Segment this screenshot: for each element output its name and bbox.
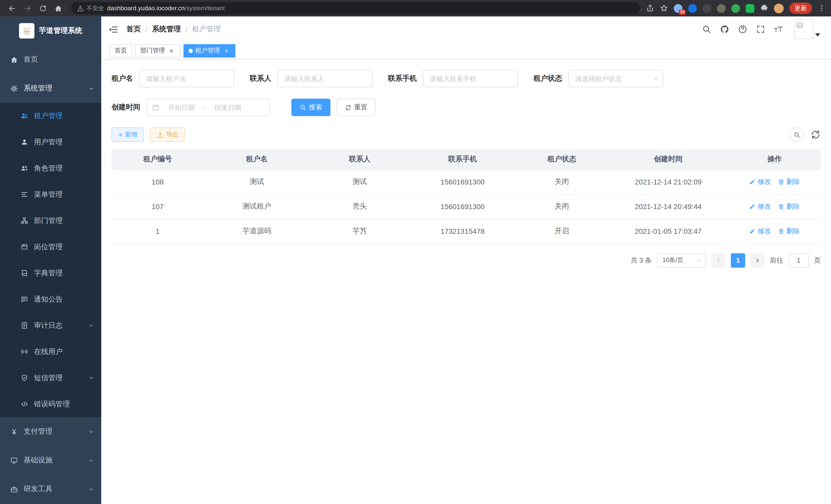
sidebar-item-dept[interactable]: 部门管理 (0, 208, 101, 234)
sidebar-item-system[interactable]: 系统管理 (0, 74, 101, 103)
main-panel: 首页/系统管理/租户管理 首页部门管理×租户管理× (101, 17, 831, 504)
status-select-input[interactable] (568, 70, 663, 87)
extensions-puzzle-icon[interactable] (760, 4, 768, 12)
sidebar-item-dev-tool[interactable]: 研发工具 (0, 475, 101, 503)
extension-icon-3[interactable] (703, 4, 711, 12)
close-icon[interactable]: × (223, 47, 230, 55)
user-avatar-wrap (794, 20, 813, 39)
sidebar-item-home[interactable]: 首页 (0, 45, 101, 74)
sidebar-item-tenant[interactable]: 租户管理 (0, 103, 101, 129)
sidebar-item-label: 审计日志 (34, 321, 88, 330)
sidebar-item-error-code[interactable]: 错误码管理 (0, 391, 101, 417)
extension-icon-1[interactable]: 10 (674, 4, 683, 12)
browser-back-button[interactable] (5, 2, 19, 15)
app-logo[interactable]: 芋道管理系统 (0, 17, 101, 45)
toggle-search-button[interactable] (790, 127, 804, 142)
tag-tenant[interactable]: 租户管理× (183, 44, 235, 57)
tag-home[interactable]: 首页 (110, 44, 132, 57)
export-button[interactable]: 导出 (150, 127, 185, 142)
menu-icon (21, 190, 28, 198)
add-button[interactable]: + 新增 (112, 127, 144, 142)
edit-link[interactable]: 修改 (749, 177, 771, 186)
chrome-home-icon (54, 4, 62, 12)
sidebar-item-notice[interactable]: 通知公告 (0, 286, 101, 313)
header-search-icon[interactable] (702, 25, 711, 34)
refresh-table-button[interactable] (810, 129, 821, 140)
bookmark-star-icon[interactable] (660, 4, 668, 12)
sidebar-item-dict[interactable]: 字典管理 (0, 260, 101, 286)
sidebar-item-audit-log[interactable]: 审计日志 (0, 313, 101, 338)
sidebar-item-infra[interactable]: 基础设施 (0, 446, 101, 475)
browser-home-button[interactable] (51, 2, 65, 15)
extension-icon-5[interactable] (731, 4, 740, 12)
delete-link[interactable]: 删除 (778, 227, 800, 236)
browser-reload-button[interactable] (36, 2, 49, 15)
sidebar-item-label: 用户管理 (34, 138, 94, 147)
edit-link[interactable]: 修改 (749, 202, 771, 211)
cell-id: 1 (112, 219, 204, 243)
sidebar-item-label: 岗位管理 (34, 242, 94, 251)
url-path: /system/tenant (185, 5, 225, 12)
date-end-input[interactable] (208, 103, 248, 111)
contact-input[interactable] (278, 70, 373, 87)
forward-icon (23, 4, 31, 12)
browser-profile-avatar[interactable] (774, 3, 784, 13)
sidebar-item-menu[interactable]: 菜单管理 (0, 181, 101, 208)
phone-input[interactable] (423, 70, 518, 87)
table-toolbar: + 新增 导出 (112, 127, 821, 142)
cell-created: 2021-12-14 20:49:44 (608, 194, 728, 219)
cell-id: 108 (112, 170, 204, 194)
date-start-input[interactable] (161, 103, 201, 111)
extensions-cluster: 10 (674, 4, 754, 12)
fullscreen-icon[interactable] (756, 25, 765, 34)
breadcrumb-item: 租户管理 (192, 25, 221, 34)
sidebar-item-user[interactable]: 用户管理 (0, 129, 101, 155)
sidebar-item-pay[interactable]: 支付管理 (0, 417, 101, 446)
breadcrumb-item[interactable]: 系统管理 (152, 25, 181, 34)
reset-button[interactable]: 重置 (337, 99, 376, 116)
browser-menu-icon[interactable] (818, 4, 826, 12)
close-icon[interactable]: × (168, 47, 175, 55)
goto-page-input[interactable] (789, 253, 809, 267)
next-page-button[interactable] (750, 253, 765, 267)
security-indicator[interactable]: 不安全 (77, 4, 104, 12)
status-select[interactable] (568, 70, 663, 87)
page-1-button[interactable]: 1 (731, 253, 745, 267)
extension-icon-4[interactable] (717, 4, 726, 12)
header-actions (702, 20, 820, 39)
breadcrumb-item[interactable]: 首页 (126, 25, 141, 34)
delete-link[interactable]: 删除 (778, 202, 800, 211)
avatar-caret-down-icon[interactable] (815, 33, 820, 36)
sidebar-item-post[interactable]: 岗位管理 (0, 234, 101, 260)
tag-dept[interactable]: 部门管理× (135, 44, 180, 57)
delete-link[interactable]: 删除 (778, 177, 800, 186)
user-avatar[interactable] (794, 20, 813, 39)
chrome-update-button[interactable]: 更新 (790, 3, 812, 14)
online-icon (21, 348, 28, 356)
help-icon[interactable] (738, 25, 747, 34)
sidebar-toggle-icon[interactable] (109, 24, 118, 34)
github-icon[interactable] (720, 25, 729, 34)
browser-forward-button[interactable] (21, 2, 34, 15)
date-range-picker[interactable]: - (146, 99, 270, 116)
tenant-table: 租户编号租户名联系人联系手机租户状态创建时间操作 108测试测试15601691… (112, 149, 821, 244)
address-bar[interactable]: 不安全 dashboard.yudao.iocoder.cn/system/te… (71, 2, 640, 14)
cell-actions: 修改删除 (728, 194, 821, 219)
tenant-name-input[interactable] (139, 70, 234, 87)
prev-page-button[interactable] (711, 253, 726, 267)
sidebar-item-role[interactable]: 角色管理 (0, 155, 101, 181)
filter-create-time: 创建时间 - (112, 99, 270, 116)
table-column-header: 联系人 (310, 149, 409, 170)
table-column-header: 租户编号 (112, 149, 204, 170)
sidebar-item-sms[interactable]: 短信管理 (0, 365, 101, 391)
share-icon[interactable] (646, 4, 654, 12)
sidebar-item-online-user[interactable]: 在线用户 (0, 338, 101, 365)
extension-icon-6[interactable] (746, 4, 754, 12)
page-size-select[interactable]: 10条/页 (657, 253, 706, 267)
extension-icon-2[interactable] (688, 4, 697, 12)
edit-link[interactable]: 修改 (749, 227, 771, 236)
extension-badge: 10 (679, 9, 686, 14)
search-button[interactable]: 搜索 (291, 99, 331, 116)
font-size-icon[interactable] (774, 25, 783, 34)
cell-name: 芋道源码 (204, 219, 310, 243)
